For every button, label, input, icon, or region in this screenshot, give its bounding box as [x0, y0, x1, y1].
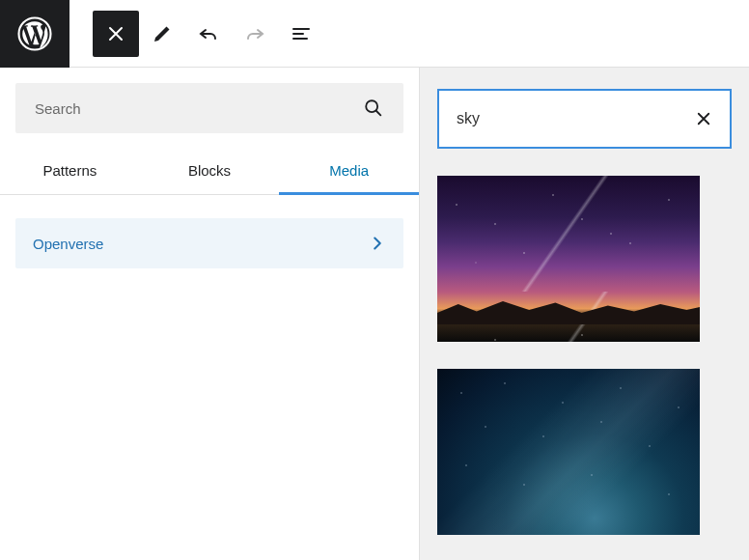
result-image-1[interactable] [437, 176, 700, 342]
inserter-tabs: Patterns Blocks Media [0, 149, 419, 195]
inserter-search-box[interactable] [15, 83, 403, 133]
category-openverse[interactable]: Openverse [15, 218, 403, 268]
media-categories: Openverse [0, 195, 419, 292]
pencil-icon [151, 22, 174, 45]
undo-button[interactable] [185, 11, 232, 57]
results-search-box[interactable] [437, 89, 732, 149]
clear-search-button[interactable] [695, 110, 712, 127]
toolbar [69, 11, 324, 57]
results-panel [420, 68, 749, 560]
main: Patterns Blocks Media Openverse [0, 68, 749, 560]
inserter-panel: Patterns Blocks Media Openverse [0, 68, 420, 560]
close-icon [104, 22, 127, 45]
list-icon [290, 22, 313, 45]
inserter-search-wrap [0, 68, 419, 149]
result-image-2[interactable] [437, 369, 700, 535]
tab-media[interactable]: Media [279, 149, 419, 194]
edit-button[interactable] [139, 11, 185, 57]
close-inserter-button[interactable] [93, 11, 139, 57]
wordpress-icon [17, 16, 52, 51]
inserter-search-input[interactable] [35, 100, 363, 117]
tab-patterns[interactable]: Patterns [0, 149, 140, 194]
chevron-right-icon [367, 233, 388, 254]
wordpress-logo[interactable] [0, 0, 69, 68]
tab-blocks[interactable]: Blocks [140, 149, 280, 194]
document-overview-button[interactable] [278, 11, 324, 57]
topbar [0, 0, 749, 68]
redo-button[interactable] [232, 11, 278, 57]
search-icon [363, 98, 384, 119]
category-label: Openverse [33, 236, 103, 252]
undo-icon [197, 22, 220, 45]
redo-icon [243, 22, 266, 45]
results-search-input[interactable] [457, 110, 695, 127]
